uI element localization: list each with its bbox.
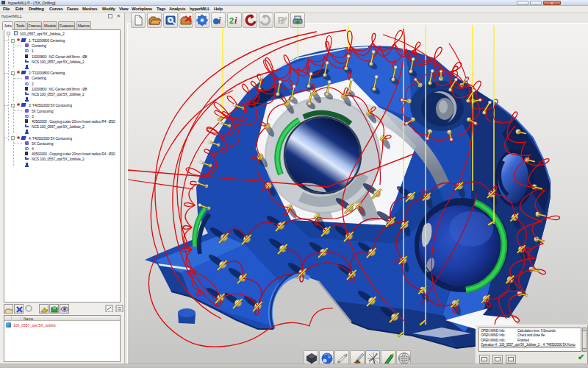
svg-text:i: i <box>218 15 221 26</box>
svg-text:i: i <box>234 15 237 26</box>
svg-text:2: 2 <box>229 16 234 25</box>
